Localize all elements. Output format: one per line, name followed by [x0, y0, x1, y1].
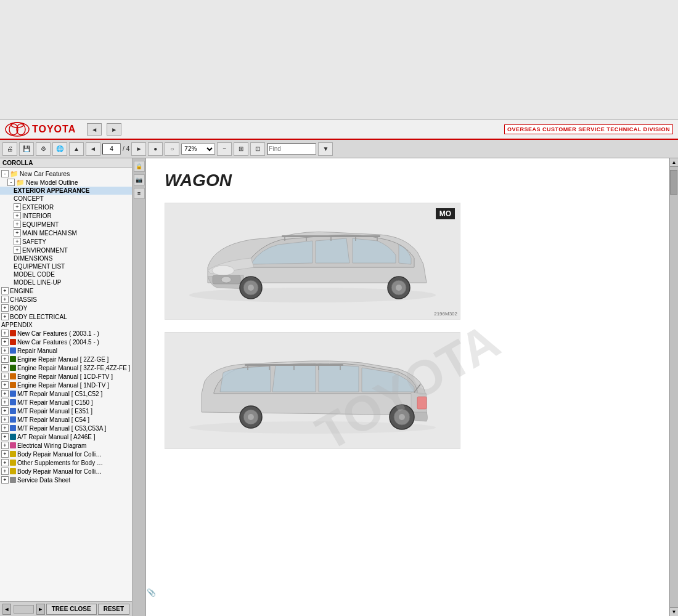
tree-item-interior[interactable]: + INTERIOR — [0, 211, 132, 220]
expand-icon[interactable]: + — [1, 355, 9, 363]
expand-icon[interactable]: + — [1, 287, 9, 294]
tree-item-engine-2zz[interactable]: + Engine Repair Manual [ 2ZZ-GE ] — [0, 355, 132, 363]
expand-icon[interactable]: + — [1, 390, 9, 397]
tree-item-engine-3zz[interactable]: + Engine Repair Manual [ 3ZZ-FE,4ZZ-FE ] — [0, 363, 132, 372]
expand-icon[interactable]: + — [1, 450, 9, 458]
tree-item-body-collision[interactable]: + Body Repair Manual for Collision Damag… — [0, 450, 132, 458]
nav-prev-button[interactable]: ◄ — [86, 142, 100, 156]
scroll-thumb[interactable] — [670, 170, 677, 195]
expand-icon[interactable]: + — [14, 203, 21, 211]
lock-icon-button[interactable]: 🔒 — [134, 161, 145, 172]
scroll-right-button[interactable]: ► — [36, 604, 45, 615]
expand-icon[interactable]: + — [1, 468, 9, 475]
expand-icon[interactable]: + — [1, 373, 9, 380]
tree-item-model-lineup[interactable]: MODEL LINE-UP — [0, 278, 132, 286]
tree-item-exterior[interactable]: + EXTERIOR — [0, 203, 132, 211]
expand-icon[interactable]: + — [14, 246, 21, 254]
circle-filled-button[interactable]: ● — [148, 142, 163, 156]
expand-icon[interactable]: + — [1, 330, 9, 337]
tree-item-engine-1cd[interactable]: + Engine Repair Manual [ 1CD-FTV ] — [0, 372, 132, 381]
tree-item-mt-e351[interactable]: + M/T Repair Manual [ E351 ] — [0, 407, 132, 415]
dot-icon-blue — [10, 416, 16, 423]
tree-item-body[interactable]: + BODY — [0, 304, 132, 312]
tree-item-body-collision2[interactable]: + Body Repair Manual for Collision Damag… — [0, 467, 132, 476]
expand-icon[interactable]: - — [7, 179, 15, 186]
fit-page-button[interactable]: ⊞ — [234, 142, 248, 156]
expand-icon[interactable]: + — [14, 238, 21, 245]
zoom-select[interactable]: 50% 72% 100% 150% — [181, 144, 215, 155]
tree-close-button[interactable]: TREE CLOSE — [46, 604, 97, 615]
expand-icon[interactable]: + — [1, 442, 9, 449]
find-dropdown-button[interactable]: ▼ — [318, 142, 333, 156]
tree-item-safety[interactable]: + SAFETY — [0, 237, 132, 246]
tree-item-model-code[interactable]: MODEL CODE — [0, 270, 132, 278]
settings-button[interactable]: ⚙ — [36, 142, 51, 156]
expand-icon[interactable]: + — [1, 416, 9, 423]
expand-icon[interactable]: + — [1, 424, 9, 432]
scroll-up-button[interactable]: ▲ — [670, 158, 678, 167]
tree-item-chassis[interactable]: + CHASSIS — [0, 295, 132, 304]
expand-icon[interactable]: + — [1, 407, 9, 415]
tree-item-mt-c54[interactable]: + M/T Repair Manual [ C54 ] — [0, 415, 132, 424]
camera-icon-button[interactable]: 📷 — [134, 174, 145, 185]
arrow-up-button[interactable]: ▲ — [69, 142, 84, 156]
tree-item-environment[interactable]: + ENVIRONMENT — [0, 246, 132, 254]
tree-item-repair-manual[interactable]: + Repair Manual — [0, 346, 132, 355]
tree-item-concept[interactable]: CONCEPT — [0, 195, 132, 203]
nav-back-button[interactable]: ◄ — [87, 123, 102, 136]
tree-item-other-supplements[interactable]: + Other Supplements for Body Repair Manu… — [0, 458, 132, 467]
tree-item-engine[interactable]: + ENGINE — [0, 286, 132, 295]
tree-item-mt-c51[interactable]: + M/T Repair Manual [ C51,C52 ] — [0, 389, 132, 398]
expand-icon[interactable]: + — [1, 313, 9, 320]
globe-button[interactable]: 🌐 — [52, 142, 67, 156]
tree-item-appendix[interactable]: APPENDIX — [0, 321, 132, 329]
tree-item-new-model-outline[interactable]: - 📁 New Model Outline — [0, 178, 132, 187]
tree-item-mt-c53[interactable]: + M/T Repair Manual [ C53,C53A ] — [0, 424, 132, 432]
expand-icon[interactable]: + — [1, 433, 9, 440]
horizontal-scrollbar[interactable] — [14, 605, 34, 614]
expand-icon[interactable]: + — [14, 221, 21, 228]
expand-icon[interactable]: + — [1, 364, 9, 371]
save-button[interactable]: 💾 — [19, 142, 34, 156]
tree-item-electrical[interactable]: + Electrical Wiring Diagram — [0, 441, 132, 450]
tree-item-mt-c150[interactable]: + M/T Repair Manual [ C150 ] — [0, 398, 132, 407]
expand-icon[interactable]: + — [14, 212, 21, 219]
tree-item-ncf-2003[interactable]: + New Car Features ( 2003.1 - ) — [0, 329, 132, 338]
expand-icon[interactable]: + — [1, 304, 9, 312]
circle-empty-button[interactable]: ○ — [165, 142, 179, 156]
tree-item-new-car-features[interactable]: - 📁 New Car Features — [0, 169, 132, 178]
nav-next-button[interactable]: ► — [131, 142, 146, 156]
find-input[interactable] — [267, 144, 316, 155]
expand-icon[interactable]: + — [1, 399, 9, 406]
reset-button[interactable]: RESET — [98, 604, 129, 615]
expand-icon[interactable]: + — [1, 459, 9, 466]
toyota-logo-icon — [5, 121, 30, 137]
zoom-minus-button[interactable]: − — [217, 142, 232, 156]
page-number-input[interactable] — [102, 144, 121, 155]
nav-forward-button[interactable]: ► — [107, 123, 121, 136]
expand-icon[interactable]: + — [1, 476, 9, 484]
tree-item-equipment[interactable]: + EQUIPMENT — [0, 220, 132, 229]
scroll-down-button[interactable]: ▼ — [670, 607, 678, 616]
tree-item-exterior-appearance[interactable]: EXTERIOR APPEARANCE — [0, 187, 132, 195]
print-button[interactable]: 🖨 — [2, 142, 17, 156]
expand-icon[interactable]: + — [14, 229, 21, 237]
expand-icon[interactable]: - — [1, 170, 9, 177]
tree-item-service-data[interactable]: + Service Data Sheet — [0, 476, 132, 484]
expand-icon[interactable]: + — [1, 338, 9, 346]
fit-width-button[interactable]: ⊡ — [250, 142, 265, 156]
tree-item-ncf-2004[interactable]: + New Car Features ( 2004.5 - ) — [0, 338, 132, 346]
tree-item-at-a246e[interactable]: + A/T Repair Manual [ A246E ] — [0, 432, 132, 441]
tree-item-equipment-list[interactable]: EQUIPMENT LIST — [0, 262, 132, 270]
tree-item-engine-1nd[interactable]: + Engine Repair Manual [ 1ND-TV ] — [0, 381, 132, 389]
expand-icon[interactable]: + — [1, 296, 9, 303]
dot-icon-orange — [10, 382, 16, 388]
tree-item-dimensions[interactable]: DIMENSIONS — [0, 254, 132, 262]
scroll-left-button[interactable]: ◄ — [2, 604, 11, 615]
expand-icon[interactable]: + — [1, 381, 9, 389]
expand-icon[interactable]: + — [1, 347, 9, 354]
tree-item-main-mechanism[interactable]: + MAIN MECHANISM — [0, 229, 132, 237]
scroll-track[interactable] — [670, 167, 678, 607]
icon-button-3[interactable]: ≡ — [134, 188, 145, 199]
tree-item-body-electrical[interactable]: + BODY ELECTRICAL — [0, 312, 132, 321]
